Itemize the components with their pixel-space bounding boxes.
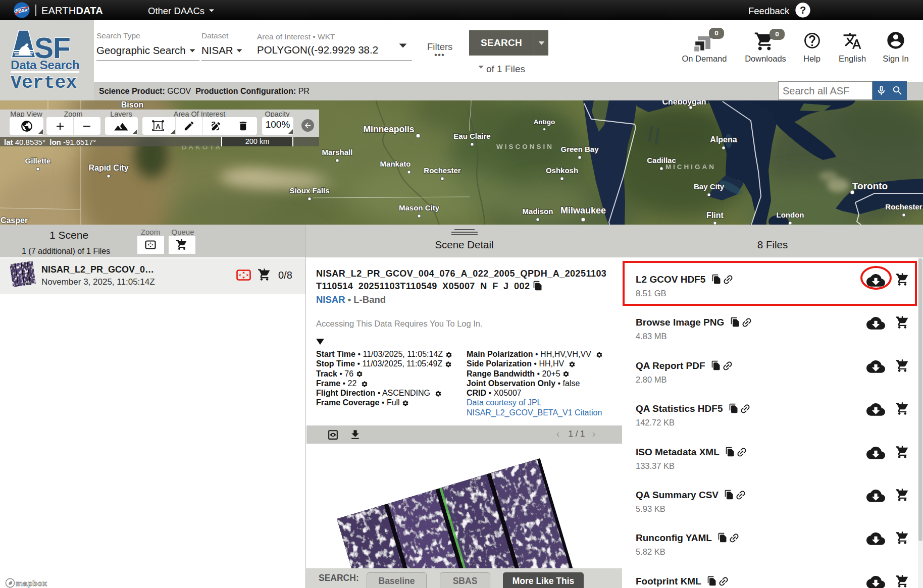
svg-text:Mason City: Mason City	[399, 203, 440, 212]
svg-text:Eau Claire: Eau Claire	[453, 132, 490, 140]
svg-text:Rapid City: Rapid City	[88, 164, 128, 172]
svg-text:WISCONSIN: WISCONSIN	[496, 143, 554, 150]
svg-text:Mankato: Mankato	[380, 159, 411, 168]
svg-text:Minneapolis: Minneapolis	[363, 124, 414, 134]
svg-text:Milwaukee: Milwaukee	[560, 205, 606, 216]
svg-text:Vertex: Vertex	[11, 73, 77, 92]
svg-text:London: London	[777, 210, 804, 219]
svg-text:Bay City: Bay City	[694, 182, 725, 191]
svg-text:NASA: NASA	[16, 8, 27, 13]
svg-text:Oshkosh: Oshkosh	[546, 166, 578, 175]
svg-text:mapbox: mapbox	[16, 579, 47, 587]
svg-text:Cheboygan: Cheboygan	[662, 100, 706, 106]
svg-text:Marshall: Marshall	[322, 148, 353, 156]
svg-text:Data Search: Data Search	[11, 58, 79, 72]
svg-text:Rochester: Rochester	[885, 202, 922, 211]
svg-text:MICHIGAN: MICHIGAN	[665, 163, 716, 171]
svg-text:Casper: Casper	[1, 216, 28, 225]
svg-text:Green Bay: Green Bay	[560, 145, 599, 153]
svg-text:Toronto: Toronto	[852, 181, 888, 191]
svg-text:Alpena: Alpena	[710, 135, 737, 144]
svg-text:Madison: Madison	[523, 207, 553, 216]
svg-text:Bison: Bison	[121, 100, 143, 109]
svg-text:Antigo: Antigo	[534, 118, 555, 126]
svg-text:?: ?	[800, 5, 806, 16]
svg-text:Gillette: Gillette	[25, 156, 51, 165]
svg-text:Flint: Flint	[706, 211, 724, 220]
svg-text:Rochester: Rochester	[424, 166, 461, 175]
svg-text:A: A	[156, 123, 161, 130]
svg-text:Sioux Falls: Sioux Falls	[289, 186, 329, 195]
